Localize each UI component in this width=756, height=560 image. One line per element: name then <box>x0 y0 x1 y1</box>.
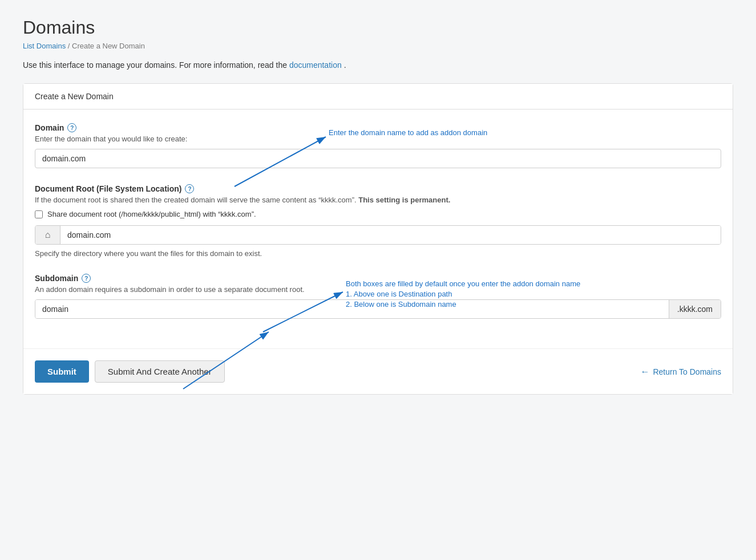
breadcrumb-current: Create a New Domain <box>72 42 145 50</box>
breadcrumb: List Domains / Create a New Domain <box>23 42 733 50</box>
share-document-root-checkbox[interactable] <box>35 210 43 218</box>
document-root-help-icon[interactable]: ? <box>185 184 194 193</box>
domain-section: Domain ? Enter the domain that you would… <box>35 123 721 168</box>
submit-button[interactable]: Submit <box>35 360 89 383</box>
subdomain-suffix: .kkkk.com <box>669 300 721 318</box>
return-arrow-icon: ← <box>640 367 649 377</box>
intro-text: Use this interface to manage your domain… <box>23 60 733 70</box>
domain-label: Domain ? <box>35 123 721 132</box>
subdomain-section: Subdomain ? An addon domain requires a s… <box>35 274 721 319</box>
subdomain-help-icon[interactable]: ? <box>82 274 91 283</box>
document-root-label: Document Root (File System Location) ? <box>35 184 721 193</box>
document-root-input-group: ⌂ <box>35 225 721 245</box>
document-root-specify-text: Specify the directory where you want the… <box>35 249 721 258</box>
share-document-root-checkbox-label[interactable]: Share document root (/home/kkkk/public_h… <box>35 210 721 218</box>
document-root-section: Document Root (File System Location) ? I… <box>35 184 721 258</box>
home-icon: ⌂ <box>45 230 51 240</box>
form-actions: Submit Submit And Create Another ← Retur… <box>23 348 733 394</box>
page-title: Domains <box>23 17 733 38</box>
home-icon-wrapper: ⌂ <box>35 226 60 244</box>
create-domain-card: Create a New Domain Domain ? Enter the d… <box>23 83 733 395</box>
subdomain-input-group: .kkkk.com <box>35 299 721 319</box>
card-body: Domain ? Enter the domain that you would… <box>23 109 733 348</box>
domain-help-icon[interactable]: ? <box>67 123 76 132</box>
return-to-domains-link[interactable]: ← Return To Domains <box>640 367 721 377</box>
domain-description: Enter the domain that you would like to … <box>35 135 721 143</box>
subdomain-description: An addon domain requires a subdomain in … <box>35 285 721 294</box>
subdomain-label: Subdomain ? <box>35 274 721 283</box>
breadcrumb-separator: / <box>68 42 72 50</box>
card-header: Create a New Domain <box>23 84 733 109</box>
breadcrumb-list-domains-link[interactable]: List Domains <box>23 42 66 50</box>
submit-create-another-button[interactable]: Submit And Create Another <box>95 360 225 383</box>
domain-input[interactable] <box>35 149 721 168</box>
documentation-link[interactable]: documentation <box>289 60 342 70</box>
actions-left: Submit Submit And Create Another <box>35 360 225 383</box>
document-root-description: If the document root is shared then the … <box>35 196 721 204</box>
subdomain-input[interactable] <box>35 300 669 318</box>
document-root-input[interactable] <box>60 226 721 244</box>
